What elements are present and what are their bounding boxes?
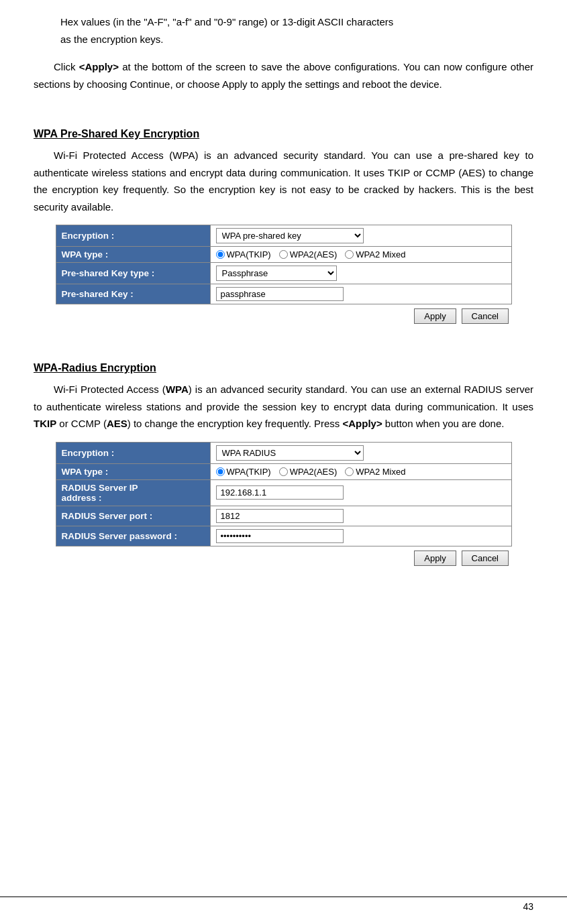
wpa-psk-heading: WPA Pre-Shared Key Encryption xyxy=(34,128,533,140)
psk-key-input[interactable] xyxy=(216,287,344,301)
psk-button-row: Apply Cancel xyxy=(56,304,511,327)
radio-wpa2-aes[interactable]: WPA2(AES) xyxy=(279,249,338,259)
wpa-psk-desc: Wi-Fi Protected Access (WPA) is an advan… xyxy=(34,147,533,215)
wpa-psk-cancel-button[interactable]: Cancel xyxy=(462,308,509,324)
psk-type-select[interactable]: Passphrase xyxy=(216,266,337,281)
radio-wpa-tkip[interactable]: WPA(TKIP) xyxy=(216,249,271,259)
psk-type-cell: Passphrase xyxy=(210,263,511,284)
radius-server-password-label: RADIUS Server password : xyxy=(56,526,210,546)
wpa-radius-table: Encryption : WPA RADIUS WPA type : WPA(T… xyxy=(56,442,512,569)
aes-bold: AES xyxy=(107,418,127,429)
intro-hex-line2: as the encryption keys. xyxy=(60,31,533,48)
encryption-select[interactable]: WPA pre-shared key xyxy=(216,228,364,243)
radius-wpa-type-label: WPA type : xyxy=(56,463,210,479)
table-row: Encryption : WPA RADIUS xyxy=(56,442,511,463)
encryption-value-cell: WPA pre-shared key xyxy=(210,225,511,247)
wpa-bold: WPA xyxy=(166,384,189,395)
wpa-radius-apply-button[interactable]: Apply xyxy=(414,551,456,566)
encryption-label: Encryption : xyxy=(56,225,210,247)
table-row: RADIUS Server password : xyxy=(56,526,511,546)
table-row: RADIUS Server port : xyxy=(56,506,511,526)
table-row: Pre-shared Key : xyxy=(56,284,511,304)
apply-instruction-para: Click <Apply> at the bottom of the scree… xyxy=(34,58,533,93)
wpa-radius-desc: Wi-Fi Protected Access (WPA) is an advan… xyxy=(34,381,533,432)
wpa-type-cell: WPA(TKIP) WPA2(AES) WPA2 Mixed xyxy=(210,247,511,263)
radius-radio-wpa2-mixed[interactable]: WPA2 Mixed xyxy=(345,467,405,477)
psk-type-label: Pre-shared Key type : xyxy=(56,263,210,284)
wpa-type-label: WPA type : xyxy=(56,247,210,263)
radius-server-ip-label: RADIUS Server IPaddress : xyxy=(56,479,210,506)
wpa-radius-heading: WPA-Radius Encryption xyxy=(34,362,533,374)
wpa-psk-apply-button[interactable]: Apply xyxy=(414,308,456,324)
table-row: Pre-shared Key type : Passphrase xyxy=(56,263,511,284)
radius-button-row: Apply Cancel xyxy=(56,546,511,569)
wpa-type-radio-group: WPA(TKIP) WPA2(AES) WPA2 Mixed xyxy=(216,249,506,259)
psk-key-cell xyxy=(210,284,511,304)
table-row: WPA type : WPA(TKIP) WPA2(AES) WPA2 Mixe… xyxy=(56,247,511,263)
radius-server-password-input[interactable] xyxy=(216,529,344,543)
radius-radio-wpa-tkip[interactable]: WPA(TKIP) xyxy=(216,467,271,477)
apply-keyword: <Apply> xyxy=(79,61,119,72)
apply-bold: <Apply> xyxy=(342,418,382,429)
table-row: Encryption : WPA pre-shared key xyxy=(56,225,511,247)
radius-radio-wpa2-aes[interactable]: WPA2(AES) xyxy=(279,467,338,477)
wpa-psk-table: Encryption : WPA pre-shared key WPA type… xyxy=(56,225,512,327)
radius-wpa-type-cell: WPA(TKIP) WPA2(AES) WPA2 Mixed xyxy=(210,463,511,479)
radius-wpa-type-radio-group: WPA(TKIP) WPA2(AES) WPA2 Mixed xyxy=(216,467,506,477)
psk-key-label: Pre-shared Key : xyxy=(56,284,210,304)
wpa-radius-cancel-button[interactable]: Cancel xyxy=(462,551,509,566)
radius-server-port-input[interactable] xyxy=(216,509,344,523)
radius-server-password-cell xyxy=(210,526,511,546)
radius-server-ip-cell xyxy=(210,479,511,506)
radius-encryption-label: Encryption : xyxy=(56,442,210,463)
radius-encryption-cell: WPA RADIUS xyxy=(210,442,511,463)
radius-server-ip-input[interactable] xyxy=(216,485,344,500)
tkip-bold: TKIP xyxy=(34,418,56,429)
intro-hex-line1: Hex values (in the "A-F", "a-f" and "0-9… xyxy=(60,13,533,31)
radio-wpa2-mixed[interactable]: WPA2 Mixed xyxy=(345,249,405,259)
table-row: RADIUS Server IPaddress : xyxy=(56,479,511,506)
radius-server-port-label: RADIUS Server port : xyxy=(56,506,210,526)
radius-server-port-cell xyxy=(210,506,511,526)
radius-encryption-select[interactable]: WPA RADIUS xyxy=(216,445,364,461)
page-number: 43 xyxy=(523,901,533,912)
table-row: WPA type : WPA(TKIP) WPA2(AES) WPA2 Mixe… xyxy=(56,463,511,479)
